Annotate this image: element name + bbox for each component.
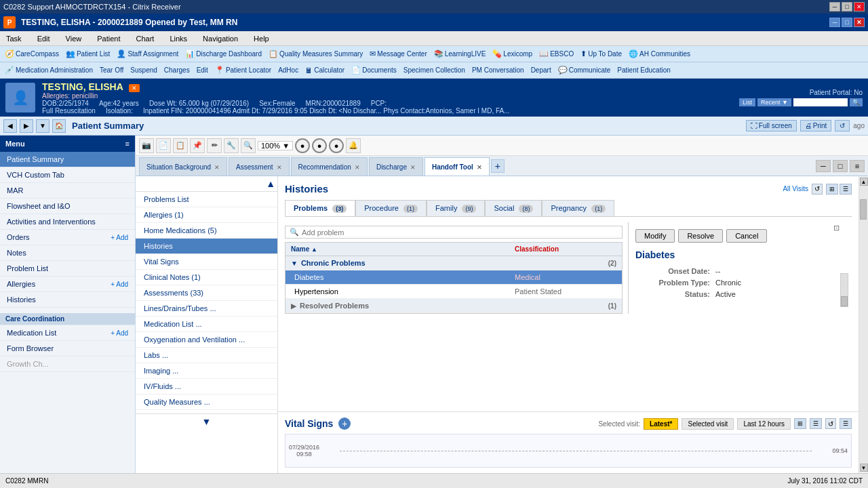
tab-menu-btn[interactable]: ≡	[850, 160, 865, 172]
toolbar-tear-off[interactable]: Tear Off	[97, 65, 126, 75]
toolbar-specimen[interactable]: Specimen Collection	[401, 65, 468, 75]
menu-view[interactable]: View	[63, 33, 85, 44]
chronic-problems-group[interactable]: ▼ Chronic Problems (2)	[285, 256, 622, 270]
vital-grid-btn[interactable]: ⊞	[794, 418, 806, 429]
minimize-btn[interactable]: ─	[829, 2, 840, 12]
scroll-down-btn[interactable]: ▼	[860, 464, 868, 472]
tab-handoff-tool[interactable]: Handoff Tool ✕	[425, 157, 490, 176]
toolbar-message-center[interactable]: ✉ Message Center	[367, 48, 429, 60]
camera-icon-btn[interactable]: 📷	[139, 138, 154, 153]
toolbar-suspend[interactable]: Suspend	[127, 65, 159, 75]
sidebar-item-histories[interactable]: Histories	[0, 292, 135, 308]
tab-social[interactable]: Social (8)	[485, 200, 542, 216]
app-maximize-btn[interactable]: □	[842, 18, 852, 27]
sidebar-item-flowsheet[interactable]: Flowsheet and I&O	[0, 199, 135, 214]
add-problem-input[interactable]	[302, 228, 618, 237]
left-nav-allergies[interactable]: Allergies (1)	[136, 207, 277, 223]
doc-icon-btn[interactable]: 📄	[156, 138, 171, 153]
left-nav-med-list[interactable]: Medication List ...	[136, 317, 277, 332]
left-nav-quality-measures[interactable]: Quality Measures ...	[136, 394, 277, 410]
toolbar-communicate[interactable]: 💬 Communicate	[555, 64, 614, 76]
tab-add-btn[interactable]: +	[491, 159, 505, 173]
modify-btn[interactable]: Modify	[635, 229, 675, 243]
sidebar-item-notes[interactable]: Notes	[0, 245, 135, 261]
tab-minimize-btn[interactable]: ─	[816, 160, 831, 172]
latest-btn[interactable]: Latest*	[644, 418, 678, 430]
tab-family[interactable]: Family (9)	[427, 200, 485, 216]
resolved-problems-group[interactable]: ▶ Resolved Problems (1)	[285, 299, 622, 313]
app-close-btn[interactable]: ✕	[854, 18, 865, 27]
cancel-btn[interactable]: Cancel	[726, 229, 767, 243]
toolbar-adhoc[interactable]: AdHoc	[275, 65, 301, 75]
app-minimize-btn[interactable]: ─	[829, 18, 840, 27]
menu-patient[interactable]: Patient	[94, 33, 123, 44]
histories-refresh-btn[interactable]: ↺	[812, 184, 823, 195]
toolbar-patient-locator[interactable]: 📍 Patient Locator	[212, 64, 274, 76]
toolbar-discharge-dashboard[interactable]: 📊 Discharge Dashboard	[182, 48, 264, 60]
left-nav-down[interactable]: ▼	[202, 416, 212, 427]
toolbar-carecompass[interactable]: 🧭 CareCompass	[2, 48, 62, 60]
maximize-btn[interactable]: □	[842, 2, 852, 12]
toolbar-up-to-date[interactable]: ⬆ Up To Date	[578, 48, 625, 60]
last-12-btn[interactable]: Last 12 hours	[737, 418, 791, 430]
pin-icon-btn[interactable]: 📌	[190, 138, 205, 153]
nav-forward[interactable]: ▶	[20, 119, 33, 133]
left-nav-labs[interactable]: Labs ...	[136, 348, 277, 363]
circle2-btn[interactable]: ●	[312, 138, 327, 153]
scroll-up-btn[interactable]: ▲	[860, 178, 868, 186]
toolbar-learninglive[interactable]: 📚 LearningLIVE	[431, 48, 489, 60]
vital-list-btn[interactable]: ☰	[810, 418, 822, 429]
sidebar-item-allergies[interactable]: Allergies + Add	[0, 277, 135, 292]
tab-procedure[interactable]: Procedure (1)	[355, 200, 427, 216]
list-btn[interactable]: List	[739, 98, 755, 106]
list-view-btn[interactable]: ☰	[840, 184, 852, 195]
toolbar-quality-measures[interactable]: 📋 Quality Measures Summary	[266, 48, 366, 60]
left-nav-oxygenation[interactable]: Oxygenation and Ventilation ...	[136, 332, 277, 348]
zoom-icon-btn[interactable]: 🔍	[241, 138, 256, 153]
toolbar-lexicomp[interactable]: 💊 Lexicomp	[490, 48, 535, 60]
sidebar-item-growth-charts[interactable]: Growth Ch...	[0, 357, 135, 372]
hypertension-row[interactable]: Hypertension Patient Stated	[285, 285, 622, 299]
detail-expand-icon[interactable]: ⊡	[833, 224, 840, 232]
toolbar-edit[interactable]: Edit	[194, 65, 211, 75]
tab-situation-background[interactable]: Situation Background ✕	[139, 157, 227, 176]
toolbar-documents[interactable]: 📄 Documents	[349, 64, 399, 76]
left-nav-clinical-notes[interactable]: Clinical Notes (1)	[136, 270, 277, 285]
med-list-add[interactable]: + Add	[111, 329, 128, 337]
full-screen-btn[interactable]: ⛶ Full screen	[746, 120, 797, 131]
close-btn[interactable]: ✕	[854, 2, 865, 12]
patient-search[interactable]	[793, 98, 848, 106]
menu-help[interactable]: Help	[251, 33, 272, 44]
tab-discharge[interactable]: Discharge ✕	[369, 157, 423, 176]
left-nav-lines-drains[interactable]: Lines/Drains/Tubes ...	[136, 301, 277, 317]
toolbar-charges[interactable]: Charges	[161, 65, 193, 75]
left-nav-home-meds[interactable]: Home Medications (5)	[136, 223, 277, 239]
toolbar-pm-conversation[interactable]: PM Conversation	[469, 65, 527, 75]
scroll-body[interactable]	[859, 186, 868, 464]
circle3-btn[interactable]: ●	[329, 138, 344, 153]
patient-close-badge[interactable]: ✕	[129, 84, 140, 92]
sidebar-item-problem-list[interactable]: Problem List	[0, 261, 135, 277]
refresh-btn[interactable]: ↺	[835, 120, 850, 131]
wrench-icon-btn[interactable]: 🔧	[224, 138, 239, 153]
sidebar-item-vch-custom[interactable]: VCH Custom Tab	[0, 167, 135, 183]
left-nav-problems[interactable]: Problems List	[136, 192, 277, 207]
menu-edit[interactable]: Edit	[35, 33, 53, 44]
tab-recommendation[interactable]: Recommendation ✕	[291, 157, 368, 176]
sidebar-item-medication-list[interactable]: Medication List + Add	[0, 325, 135, 341]
all-visits-btn[interactable]: All Visits	[783, 185, 808, 192]
toolbar-ah-communities[interactable]: 🌐 AH Communities	[626, 48, 693, 60]
left-nav-histories[interactable]: Histories	[136, 239, 277, 254]
zoom-control[interactable]: 100% ▼	[258, 141, 293, 150]
clipboard-icon-btn[interactable]: 📋	[173, 138, 188, 153]
resolve-btn[interactable]: Resolve	[678, 229, 723, 243]
left-nav-iv-fluids[interactable]: IV/Fluids ...	[136, 379, 277, 394]
allergies-add[interactable]: + Add	[111, 281, 128, 288]
tab-pregnancy[interactable]: Pregnancy (1)	[542, 200, 614, 216]
menu-chart[interactable]: Chart	[134, 33, 157, 44]
menu-navigation[interactable]: Navigation	[200, 33, 241, 44]
toolbar-med-admin[interactable]: 💉 Medication Administration	[2, 64, 96, 76]
tab-recommendation-close[interactable]: ✕	[355, 164, 360, 171]
left-nav-imaging[interactable]: Imaging ...	[136, 363, 277, 379]
grid-view-btn[interactable]: ⊞	[826, 184, 838, 195]
